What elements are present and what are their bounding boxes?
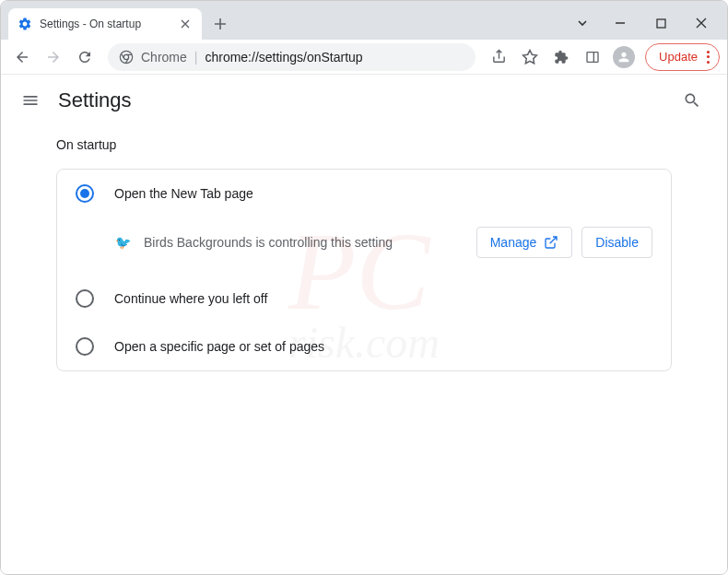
- update-button[interactable]: Update: [645, 43, 720, 71]
- disable-label: Disable: [595, 235, 639, 250]
- update-label: Update: [659, 50, 698, 64]
- browser-toolbar: Chrome | chrome://settings/onStartup Upd…: [1, 40, 727, 75]
- close-icon[interactable]: [178, 17, 193, 31]
- browser-tab[interactable]: Settings - On startup: [8, 8, 202, 40]
- extension-notice: 🐦 Birds Backgrounds is controlling this …: [57, 217, 671, 275]
- sidepanel-button[interactable]: [579, 43, 606, 71]
- extensions-button[interactable]: [547, 43, 575, 71]
- tab-title: Settings - On startup: [40, 18, 170, 30]
- window-controls: [567, 6, 727, 40]
- gear-icon: [18, 17, 32, 31]
- radio-label: Open a specific page or set of pages: [114, 339, 324, 354]
- svg-rect-0: [657, 19, 665, 28]
- forward-button[interactable]: [40, 43, 67, 71]
- avatar-icon: [613, 46, 635, 68]
- menu-button[interactable]: [19, 89, 41, 111]
- page-content: Settings On startup Open the New Tab pag…: [1, 75, 727, 574]
- toolbar-actions: Update: [485, 43, 720, 71]
- extension-favicon: 🐦: [114, 234, 131, 251]
- extension-text: Birds Backgrounds is controlling this se…: [144, 235, 464, 250]
- page-title: Settings: [58, 88, 659, 112]
- radio-option-specific[interactable]: Open a specific page or set of pages: [57, 323, 671, 370]
- close-window-button[interactable]: [683, 9, 720, 37]
- settings-body: On startup Open the New Tab page 🐦 Birds…: [1, 126, 727, 382]
- radio-option-new-tab[interactable]: Open the New Tab page: [57, 170, 671, 217]
- radio-option-continue[interactable]: Continue where you left off: [57, 275, 671, 323]
- new-tab-button[interactable]: [207, 11, 233, 37]
- svg-rect-3: [587, 52, 598, 62]
- tabs-area: Settings - On startup: [1, 1, 233, 40]
- maximize-button[interactable]: [642, 9, 679, 37]
- radio-indicator: [76, 289, 94, 308]
- radio-label: Open the New Tab page: [114, 186, 253, 201]
- url-scheme: Chrome: [141, 50, 187, 65]
- disable-button[interactable]: Disable: [581, 227, 652, 258]
- reload-button[interactable]: [71, 43, 99, 71]
- share-button[interactable]: [485, 43, 512, 71]
- radio-indicator: [76, 337, 94, 356]
- manage-button[interactable]: Manage: [476, 227, 573, 258]
- minimize-button[interactable]: [602, 9, 639, 37]
- titlebar: Settings - On startup: [1, 1, 727, 40]
- url-separator: |: [194, 50, 198, 65]
- radio-label: Continue where you left off: [114, 291, 267, 306]
- search-button[interactable]: [675, 84, 709, 117]
- section-title: On startup: [56, 137, 672, 152]
- extension-actions: Manage Disable: [476, 227, 652, 258]
- bookmark-button[interactable]: [516, 43, 544, 71]
- tab-search-button[interactable]: [567, 9, 598, 37]
- back-button[interactable]: [8, 43, 36, 71]
- startup-card: Open the New Tab page 🐦 Birds Background…: [56, 169, 672, 371]
- radio-indicator: [76, 184, 94, 203]
- profile-button[interactable]: [610, 43, 638, 71]
- external-link-icon: [544, 235, 558, 250]
- chrome-icon: [119, 50, 134, 65]
- url-text: chrome://settings/onStartup: [205, 50, 362, 65]
- manage-label: Manage: [490, 235, 537, 250]
- settings-header: Settings: [1, 75, 727, 126]
- address-bar[interactable]: Chrome | chrome://settings/onStartup: [108, 43, 476, 71]
- menu-dots-icon: [707, 51, 710, 64]
